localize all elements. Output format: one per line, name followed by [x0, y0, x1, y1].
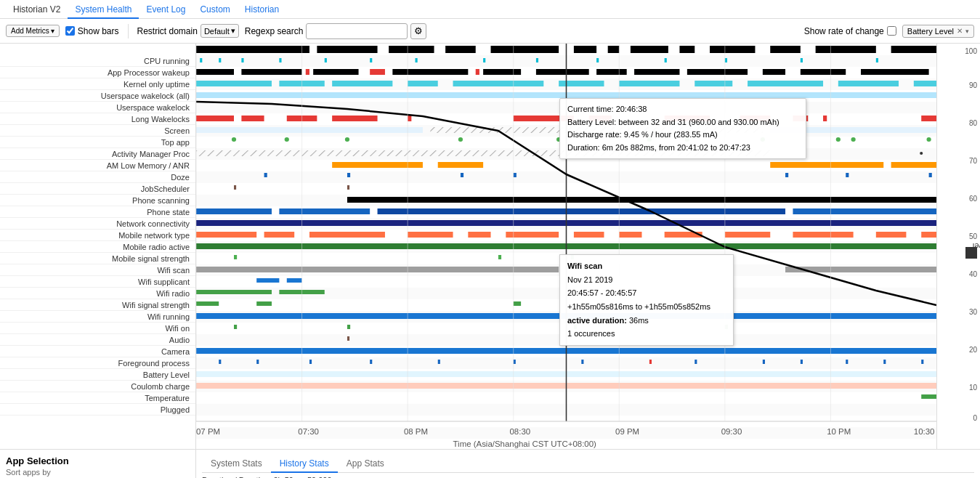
label-mobile-radio-active: Mobile radio active [0, 241, 195, 253]
label-audio: Audio [0, 334, 195, 346]
svg-rect-48 [200, 58, 202, 62]
show-rate-checkbox[interactable] [887, 26, 896, 36]
svg-rect-167 [347, 336, 349, 341]
svg-rect-42 [631, 46, 668, 53]
svg-rect-125 [785, 173, 788, 177]
stats-tabs-row: System Stats History Stats App Stats [202, 450, 974, 473]
svg-rect-39 [491, 46, 559, 53]
svg-rect-84 [694, 81, 732, 86]
svg-rect-147 [876, 232, 907, 238]
svg-point-114 [926, 137, 931, 142]
y-tick-90: 90 [969, 81, 977, 89]
svg-rect-173 [438, 360, 440, 364]
show-rate-label: Show rate of change [804, 26, 884, 36]
svg-rect-92 [332, 116, 377, 121]
label-wifi-on: Wifi on [0, 323, 195, 334]
svg-rect-121 [264, 173, 267, 177]
svg-rect-36 [317, 46, 377, 53]
chart-canvas[interactable]: 07 PM 07:30 08 PM 08:30 09 PM 09:30 10 P… [196, 44, 936, 449]
tab-app-stats[interactable]: App Stats [338, 455, 393, 473]
tooltip-current-time: Current time: 20:46:38 [567, 103, 798, 116]
svg-rect-180 [846, 360, 848, 364]
y-tick-40: 40 [969, 270, 977, 278]
svg-rect-134 [793, 208, 936, 214]
svg-rect-132 [279, 208, 370, 214]
restrict-domain-select[interactable]: Default ▾ [201, 24, 239, 38]
nav-historian[interactable]: Historian [238, 0, 286, 19]
svg-rect-93 [408, 116, 411, 121]
svg-point-107 [458, 137, 463, 142]
label-wifi-supplicant: Wifi supplicant [0, 276, 195, 288]
svg-rect-72 [634, 69, 679, 75]
top-navigation: Historian V2 System Health Event Log Cus… [0, 0, 980, 19]
nav-event-log[interactable]: Event Log [139, 0, 193, 19]
svg-rect-65 [313, 69, 358, 75]
wifi-tooltip-active-duration: active duration: 36ms [567, 314, 726, 328]
svg-rect-85 [748, 81, 823, 86]
add-metrics-button[interactable]: Add Metrics ▾ [6, 25, 60, 37]
svg-point-105 [285, 137, 289, 142]
tab-history-stats[interactable]: History Stats [271, 455, 338, 473]
sort-apps-by-label: Sort apps by [6, 468, 190, 477]
label-userspace-wakelock: Userspace wakelock [0, 102, 195, 113]
svg-rect-172 [370, 360, 372, 364]
nav-custom[interactable]: Custom [193, 0, 237, 19]
wifi-tooltip-duration-offset: +1h55m05s816ms to +1h55m05s852ms [567, 300, 726, 314]
wifi-tooltip-date: Nov 21 2019 [567, 273, 726, 287]
svg-point-116 [920, 152, 923, 155]
label-jobscheduler: JobScheduler [0, 183, 195, 195]
svg-rect-44 [710, 46, 755, 53]
label-top-app: Top app [0, 137, 195, 148]
svg-rect-59 [725, 58, 727, 62]
label-screen: Screen [0, 125, 195, 137]
svg-rect-82 [559, 81, 604, 86]
regexp-search-input[interactable] [306, 23, 408, 39]
svg-rect-161 [514, 301, 521, 306]
svg-rect-178 [763, 360, 765, 364]
label-am-low-memory: AM Low Memory / ANR [0, 160, 195, 171]
show-bars-checkbox[interactable] [65, 26, 75, 36]
nav-system-health[interactable]: System Health [68, 0, 139, 19]
wifi-tooltip-title: Wifi scan [567, 262, 602, 270]
label-wifi-radio: Wifi radio [0, 288, 195, 299]
y-axis-right: 100 90 80 70 60 50 40 30 20 10 0 Battery… [936, 44, 980, 449]
svg-rect-62 [196, 69, 234, 75]
label-app-processor: App Processor wakeup [0, 67, 195, 78]
svg-rect-150 [234, 255, 237, 259]
settings-button[interactable]: ⚙ [410, 23, 426, 39]
svg-point-113 [851, 137, 856, 142]
svg-point-106 [345, 137, 349, 142]
label-foreground-process: Foreground process [0, 357, 195, 369]
label-userspace-all: Userspace wakelock (all) [0, 90, 195, 102]
svg-rect-80 [408, 81, 438, 86]
label-phone-state: Phone state [0, 206, 195, 218]
battery-level-tag[interactable]: Battery Level ✕ ▾ [902, 25, 974, 38]
svg-text:09:30: 09:30 [721, 427, 742, 436]
svg-rect-156 [287, 278, 302, 283]
battery-level-remove-icon[interactable]: ✕ [957, 27, 963, 35]
svg-rect-181 [883, 360, 886, 364]
tooltip-duration: Duration: 6m 20s 882ms, from 20:41:02 to… [567, 142, 798, 155]
svg-rect-69 [483, 69, 521, 75]
svg-rect-89 [196, 116, 234, 121]
svg-rect-68 [476, 69, 479, 75]
restrict-domain-label: Restrict domain [137, 26, 198, 36]
y-tick-100: 100 [965, 47, 977, 55]
svg-rect-142 [574, 232, 604, 238]
show-bars-control: Show bars [65, 26, 119, 36]
tab-system-stats[interactable]: System Stats [202, 455, 271, 473]
label-camera: Camera [0, 346, 195, 357]
svg-rect-58 [665, 58, 667, 62]
stats-tabs-panel: System Stats History Stats App Stats Dur… [196, 450, 980, 478]
svg-rect-45 [770, 46, 801, 53]
add-metrics-dropdown-icon: ▾ [51, 27, 54, 35]
svg-rect-74 [763, 69, 785, 75]
svg-rect-138 [309, 232, 385, 238]
svg-rect-182 [921, 360, 923, 364]
svg-rect-79 [332, 81, 392, 86]
svg-text:08 PM: 08 PM [404, 427, 428, 436]
svg-rect-57 [596, 58, 599, 62]
label-battery-level: Battery Level [0, 369, 195, 381]
svg-rect-47 [891, 46, 936, 53]
svg-rect-83 [619, 81, 679, 86]
